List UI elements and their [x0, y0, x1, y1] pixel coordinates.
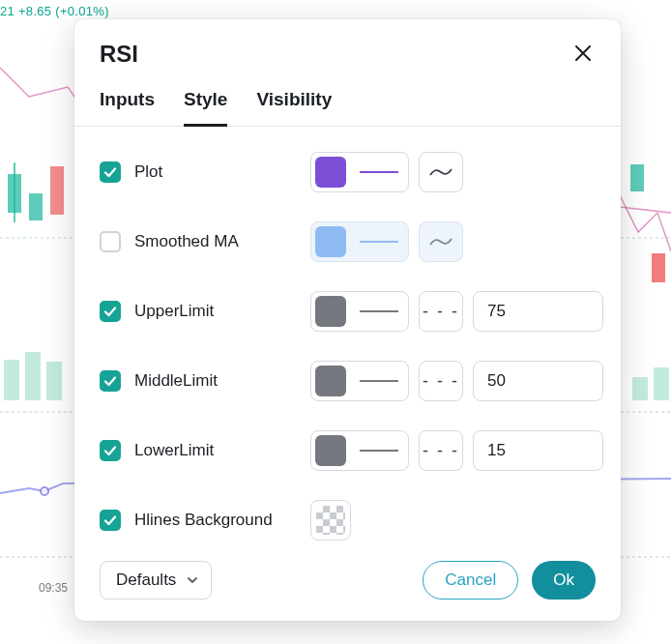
svg-rect-12: [46, 362, 62, 400]
svg-rect-13: [632, 377, 648, 400]
tab-visibility[interactable]: Visibility: [256, 89, 332, 127]
lowerlimit-value-input[interactable]: [473, 430, 603, 471]
lowerlimit-line-preview: [360, 450, 398, 452]
ok-button[interactable]: Ok: [532, 561, 596, 600]
wave-icon: [429, 236, 452, 248]
upperlimit-dash-picker[interactable]: - - -: [419, 291, 463, 332]
upperlimit-line-preview: [360, 310, 398, 312]
smoothed-ma-line-preview: [360, 241, 398, 243]
hlines-checkbox[interactable]: [100, 510, 121, 531]
hlines-color-picker[interactable]: [310, 500, 351, 541]
plot-linestyle-picker[interactable]: [419, 152, 463, 192]
row-smoothed-ma: Smoothed MA: [100, 220, 596, 264]
smoothed-ma-checkbox[interactable]: [100, 231, 121, 252]
smoothed-ma-color-line-picker[interactable]: [310, 221, 409, 262]
chevron-down-icon: [186, 573, 199, 587]
plot-color-line-picker[interactable]: [310, 152, 409, 192]
svg-rect-11: [25, 352, 41, 400]
tab-inputs[interactable]: Inputs: [100, 89, 155, 127]
middlelimit-label: MiddleLimit: [134, 371, 218, 391]
svg-rect-14: [654, 367, 669, 400]
lowerlimit-color-line-picker[interactable]: [310, 430, 409, 471]
middlelimit-checkbox[interactable]: [100, 370, 121, 392]
svg-rect-10: [4, 360, 19, 400]
upperlimit-value-input[interactable]: [473, 291, 603, 332]
svg-rect-4: [8, 174, 21, 213]
middlelimit-value-field[interactable]: [487, 371, 589, 391]
upperlimit-color-swatch: [315, 296, 346, 327]
upperlimit-value-field[interactable]: [487, 302, 589, 321]
row-upperlimit: UpperLimit - - -: [100, 289, 596, 334]
lowerlimit-color-swatch: [315, 435, 346, 466]
lowerlimit-label: LowerLimit: [134, 441, 214, 460]
plot-label: Plot: [134, 162, 162, 182]
dialog-title: RSI: [100, 41, 138, 68]
plot-color-swatch: [315, 157, 346, 188]
svg-rect-8: [630, 164, 644, 191]
lowerlimit-dash-picker[interactable]: - - -: [419, 430, 463, 471]
plot-checkbox[interactable]: [100, 161, 121, 183]
cancel-button[interactable]: Cancel: [423, 561, 518, 600]
upperlimit-color-line-picker[interactable]: [310, 291, 409, 332]
tabs: Inputs Style Visibility: [74, 68, 621, 127]
svg-rect-7: [50, 166, 64, 215]
middlelimit-color-swatch: [315, 366, 346, 396]
defaults-label: Defaults: [116, 571, 176, 590]
svg-rect-9: [652, 253, 665, 282]
time-axis-label: 09:35: [39, 581, 68, 595]
middlelimit-line-preview: [360, 380, 398, 382]
tab-style[interactable]: Style: [184, 89, 227, 127]
row-hlines-background: Hlines Background: [100, 498, 596, 542]
transparent-swatch-icon: [316, 506, 345, 535]
close-button[interactable]: [570, 41, 596, 66]
upperlimit-checkbox[interactable]: [100, 301, 121, 322]
quote-strip: 21 +8.65 (+0.01%): [0, 4, 109, 18]
smoothed-ma-color-swatch: [315, 226, 346, 257]
upperlimit-label: UpperLimit: [134, 302, 214, 321]
plot-line-preview: [360, 171, 398, 173]
wave-icon: [429, 166, 452, 178]
smoothed-ma-label: Smoothed MA: [134, 232, 239, 251]
close-icon: [573, 44, 593, 63]
middlelimit-color-line-picker[interactable]: [310, 361, 409, 401]
row-lowerlimit: LowerLimit - - -: [100, 428, 596, 473]
defaults-dropdown[interactable]: Defaults: [100, 561, 212, 600]
svg-rect-6: [29, 193, 43, 220]
middlelimit-value-input[interactable]: [473, 361, 603, 401]
lowerlimit-checkbox[interactable]: [100, 440, 121, 461]
middlelimit-dash-picker[interactable]: - - -: [419, 361, 463, 401]
svg-point-3: [41, 487, 48, 495]
hlines-label: Hlines Background: [134, 511, 273, 530]
row-middlelimit: MiddleLimit - - -: [100, 359, 596, 403]
lowerlimit-value-field[interactable]: [487, 441, 589, 460]
row-plot: Plot: [100, 150, 596, 194]
smoothed-ma-linestyle-picker[interactable]: [419, 221, 463, 262]
settings-dialog: RSI Inputs Style Visibility Plot: [74, 19, 621, 621]
